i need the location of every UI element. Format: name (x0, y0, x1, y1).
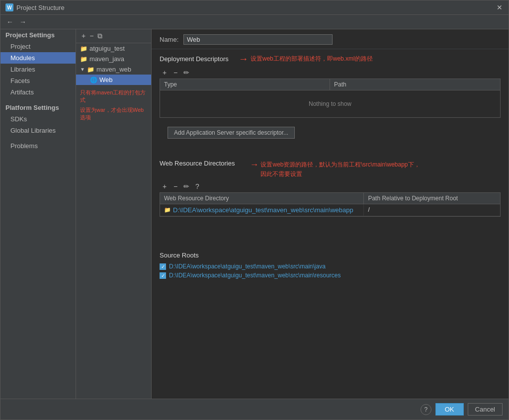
deployment-empty-text: Nothing to show (160, 90, 500, 117)
path-column-header: Path (330, 79, 500, 90)
web-dir-column-header: Web Resource Directory (160, 193, 364, 204)
web-resource-table: Web Resource Directory Path Relative to … (160, 192, 501, 217)
title-bar: W Project Structure ✕ (0, 0, 509, 15)
footer: ? OK Cancel (0, 399, 509, 420)
deploy-edit-button[interactable]: ✏ (181, 68, 191, 78)
web-icon: 🌐 (90, 77, 97, 84)
web-dir-cell: 📁 D:\IDEA\workspace\atguigu_test\maven_w… (160, 204, 364, 216)
tree-item-label: atguigu_test (89, 45, 125, 52)
deploy-arrow-icon: → (239, 53, 249, 65)
web-resource-toolbar: + − ✏ ? (152, 180, 509, 192)
sidebar-item-problems[interactable]: Problems (0, 140, 76, 152)
web-add-button[interactable]: + (160, 181, 170, 191)
sidebar-item-global-libraries[interactable]: Global Libraries (0, 125, 76, 136)
tree-item-label: maven_web (96, 66, 131, 73)
split-view: Project Settings Project Modules Librari… (0, 29, 509, 399)
deployment-section-header: Deployment Descriptors → 设置web工程的部署描述符，即… (152, 49, 509, 67)
source-root-path-1: D:\IDEA\workspace\atguigu_test\maven_web… (169, 263, 326, 270)
module-icon: 📁 (80, 45, 87, 52)
project-structure-dialog: W Project Structure ✕ ← → Project Settin… (0, 0, 509, 420)
add-server-button[interactable]: Add Application Server specific descript… (168, 127, 295, 139)
dialog-title: Project Structure (16, 4, 65, 11)
web-dir-path: D:\IDEA\workspace\atguigu_test\maven_web… (173, 206, 353, 214)
source-roots-label: Source Roots (160, 252, 501, 259)
checkmark-icon: ✓ (161, 264, 165, 269)
deploy-add-button[interactable]: + (160, 68, 170, 78)
source-root-checkbox-2[interactable]: ✓ (160, 272, 166, 279)
project-settings-header: Project Settings (0, 29, 76, 41)
web-resource-row: 📁 D:\IDEA\workspace\atguigu_test\maven_w… (160, 204, 500, 216)
help-button[interactable]: ? (421, 404, 431, 415)
tree-item-label: maven_java (89, 55, 124, 63)
web-remove-button[interactable]: − (170, 181, 180, 191)
source-root-checkbox-1[interactable]: ✓ (160, 263, 166, 270)
deployment-toolbar: + − ✏ (152, 67, 509, 79)
web-annotation-line1: 设置web资源的路径，默认为当前工程\src\main\webapp下， (260, 161, 420, 169)
deploy-remove-button[interactable]: − (170, 68, 180, 78)
expand-icon: ▼ (80, 67, 85, 72)
module-icon: 📁 (87, 66, 94, 73)
name-row: Name: (152, 29, 509, 49)
sidebar-item-modules[interactable]: Modules (0, 52, 76, 64)
source-root-row-1: ✓ D:\IDEA\workspace\atguigu_test\maven_w… (160, 262, 501, 271)
main-panel: Name: Deployment Descriptors → 设置web工程的部… (152, 29, 509, 399)
platform-settings-header: Platform Settings (0, 102, 76, 113)
sidebar-item-artifacts[interactable]: Artifacts (0, 86, 76, 98)
tree-add-button[interactable]: + (80, 31, 87, 41)
module-annotation: 只有将maven工程的打包方式 设置为war，才会出现Web选项 (76, 87, 151, 122)
web-resource-table-header: Web Resource Directory Path Relative to … (160, 193, 500, 204)
tree-item-label: Web (99, 76, 113, 84)
sidebar-item-sdks[interactable]: SDKs (0, 113, 76, 125)
sidebar-item-project[interactable]: Project (0, 41, 76, 52)
cancel-button[interactable]: Cancel (468, 403, 503, 416)
folder-icon: 📁 (164, 207, 171, 213)
tree-item-web[interactable]: 🌐 Web (76, 75, 151, 85)
tree-copy-button[interactable]: ⧉ (96, 31, 104, 41)
deployment-table: Type Path Nothing to show (160, 79, 501, 118)
checkmark-icon: ✓ (161, 273, 165, 278)
deploy-annotation-text: 设置web工程的部署描述符，即web.xml的路径 (251, 55, 373, 63)
add-server-container: Add Application Server specific descript… (152, 118, 509, 148)
web-help-button[interactable]: ? (192, 181, 202, 191)
web-path-column-header: Path Relative to Deployment Root (364, 193, 500, 204)
web-resource-label: Web Resource Directories (160, 160, 235, 167)
deployment-descriptors-label: Deployment Descriptors (160, 55, 229, 63)
module-tree-panel: + − ⧉ 📁 atguigu_test 📁 maven_java ▼ 📁 ma… (76, 29, 152, 399)
deployment-table-header: Type Path (160, 79, 500, 90)
source-roots-section: Source Roots ✓ D:\IDEA\workspace\atguigu… (152, 247, 509, 285)
annotation-line2: 设置为war，才会出现Web选项 (76, 104, 151, 122)
name-label: Name: (160, 36, 179, 43)
web-resource-annotation: → 设置web资源的路径，默认为当前工程\src\main\webapp下， 因… (250, 160, 420, 178)
annotation-line1: 只有将maven工程的打包方式 (76, 87, 151, 104)
source-root-row-2: ✓ D:\IDEA\workspace\atguigu_test\maven_w… (160, 271, 501, 280)
tree-item-maven-java[interactable]: 📁 maven_java (76, 54, 151, 64)
left-panel: Project Settings Project Modules Librari… (0, 29, 76, 399)
web-path-cell: / (364, 204, 500, 216)
source-root-path-2: D:\IDEA\workspace\atguigu_test\maven_web… (169, 272, 341, 279)
tree-toolbar: + − ⧉ (76, 29, 151, 43)
ok-button[interactable]: OK (435, 403, 464, 416)
nav-bar: ← → (0, 15, 509, 29)
forward-button[interactable]: → (17, 17, 28, 27)
type-column-header: Type (160, 79, 330, 90)
name-input[interactable] (183, 34, 333, 45)
tree-remove-button[interactable]: − (88, 31, 95, 41)
close-button[interactable]: ✕ (496, 3, 504, 11)
web-resource-section-header: Web Resource Directories → 设置web资源的路径，默认… (152, 158, 509, 180)
tree-item-maven-web[interactable]: ▼ 📁 maven_web (76, 64, 151, 75)
tree-item-atguigu-test[interactable]: 📁 atguigu_test (76, 43, 151, 54)
sidebar-item-libraries[interactable]: Libraries (0, 64, 76, 75)
web-annotation-line2: 因此不需要设置 (260, 170, 420, 178)
web-arrow-icon: → (250, 160, 258, 170)
app-icon: W (5, 3, 13, 11)
module-icon: 📁 (80, 56, 87, 63)
web-edit-button[interactable]: ✏ (181, 181, 191, 191)
main-scroll: Name: Deployment Descriptors → 设置web工程的部… (152, 29, 509, 399)
sidebar-item-facets[interactable]: Facets (0, 75, 76, 86)
back-button[interactable]: ← (4, 17, 15, 27)
